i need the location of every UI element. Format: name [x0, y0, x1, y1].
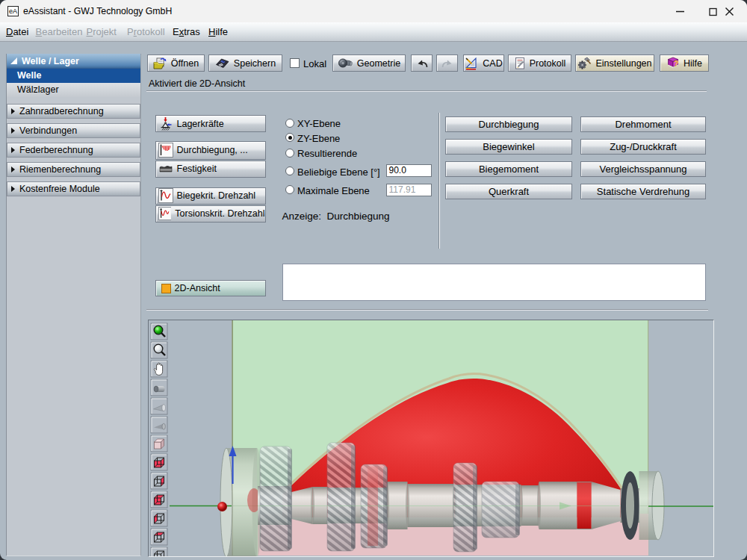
svg-text:?: ?	[674, 60, 678, 68]
